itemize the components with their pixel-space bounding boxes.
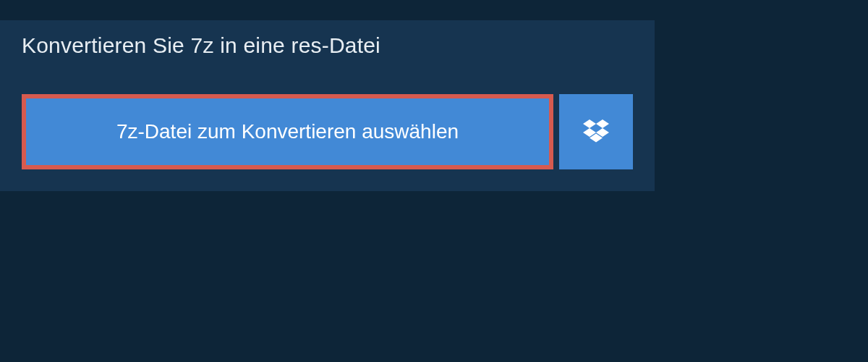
page-title: Konvertieren Sie 7z in eine res-Datei [22,33,423,58]
converter-panel: Konvertieren Sie 7z in eine res-Datei 7z… [0,20,655,191]
select-file-button[interactable]: 7z-Datei zum Konvertieren auswählen [22,94,553,169]
button-area: 7z-Datei zum Konvertieren auswählen [0,71,655,191]
select-file-label: 7z-Datei zum Konvertieren auswählen [116,120,459,143]
dropbox-icon [583,117,609,146]
dropbox-button[interactable] [559,94,633,169]
header-bar: Konvertieren Sie 7z in eine res-Datei [0,20,445,71]
